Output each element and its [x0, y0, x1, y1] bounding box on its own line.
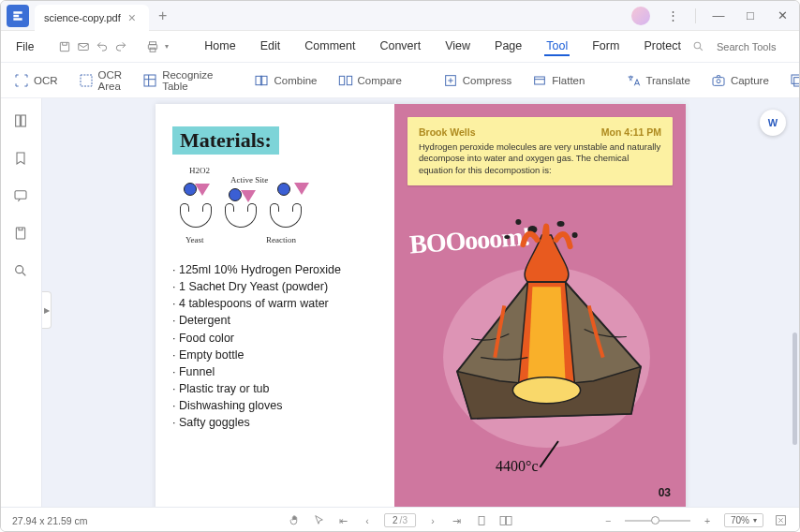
svg-point-28 — [572, 232, 578, 238]
first-page-icon[interactable]: ⇤ — [335, 513, 350, 528]
single-page-icon[interactable] — [474, 513, 489, 528]
svg-point-16 — [717, 79, 720, 82]
compare-icon — [338, 73, 353, 88]
zoom-in-icon[interactable]: + — [700, 513, 715, 528]
scrollbar-thumb[interactable] — [793, 332, 797, 445]
page-viewport[interactable]: Materials: H2O2 Active Site Yeast Reacti… — [42, 98, 799, 507]
combine-button[interactable]: Combine — [254, 73, 317, 88]
svg-rect-1 — [79, 43, 89, 50]
chevron-down-icon[interactable]: ▾ — [165, 37, 169, 56]
new-tab-button[interactable]: + — [158, 7, 167, 24]
recognize-table-button[interactable]: Recognize Table — [142, 69, 213, 92]
svg-point-27 — [557, 221, 565, 227]
next-page-icon[interactable]: › — [425, 513, 440, 528]
batch-icon — [790, 73, 800, 88]
menu-page[interactable]: Page — [493, 37, 524, 56]
sticky-note[interactable]: Brook Wells Mon 4:11 PM Hydrogen peroxid… — [407, 117, 673, 185]
left-panel-strip — [1, 98, 42, 507]
menu-form[interactable]: Form — [590, 37, 621, 56]
menubar: File ▾ Home Edit Comment Convert View Pa… — [1, 31, 799, 63]
fit-page-icon[interactable] — [773, 513, 788, 528]
last-page-icon[interactable]: ⇥ — [450, 513, 465, 528]
svg-point-26 — [515, 219, 521, 225]
kebab-menu-icon[interactable]: ⋮ — [659, 3, 686, 29]
attachments-icon[interactable] — [13, 226, 30, 243]
compress-icon — [443, 73, 458, 88]
thumbnails-icon[interactable] — [13, 113, 30, 130]
page-dimensions: 27.94 x 21.59 cm — [12, 515, 88, 526]
svg-rect-7 — [81, 75, 92, 86]
svg-rect-8 — [144, 75, 156, 86]
print-icon[interactable] — [146, 37, 159, 56]
batch-button[interactable]: Ba — [790, 73, 800, 88]
close-tab-icon[interactable]: × — [128, 10, 136, 25]
menu-home[interactable]: Home — [202, 37, 237, 56]
temperature-label: 4400°c — [496, 458, 539, 475]
two-page-icon[interactable] — [498, 513, 513, 528]
svg-point-30 — [512, 377, 580, 404]
translate-button[interactable]: Translate — [626, 73, 690, 88]
prev-page-icon[interactable]: ‹ — [360, 513, 375, 528]
capture-button[interactable]: Capture — [711, 73, 769, 88]
ocr-area-icon — [79, 73, 94, 88]
undo-icon[interactable] — [96, 37, 109, 56]
search-input[interactable] — [717, 41, 800, 52]
list-item: Food color — [172, 330, 378, 347]
list-item: 125ml 10% Hydrogen Peroxide — [172, 261, 378, 278]
svg-rect-21 — [15, 191, 26, 200]
menu-view[interactable]: View — [443, 37, 472, 56]
document-tab[interactable]: science-copy.pdf × — [35, 5, 149, 31]
combine-icon — [254, 73, 269, 88]
compress-button[interactable]: Compress — [443, 73, 511, 88]
ocr-area-button[interactable]: OCR Area — [79, 69, 123, 92]
menu-comment[interactable]: Comment — [303, 37, 357, 56]
content-area: ▶ Materials: H2O2 Active Site Yeast — [1, 98, 799, 507]
svg-point-5 — [694, 42, 701, 49]
ocr-icon — [14, 73, 29, 88]
user-avatar[interactable] — [631, 7, 650, 25]
zoom-out-icon[interactable]: − — [600, 513, 615, 528]
note-body: Hydrogen peroxide molecules are very uns… — [419, 141, 661, 176]
bookmarks-icon[interactable] — [13, 151, 30, 168]
tool-toolbar: OCR OCR Area Recognize Table Combine Com… — [1, 63, 799, 98]
save-icon[interactable] — [58, 37, 71, 56]
redo-icon[interactable] — [114, 37, 127, 56]
document-page: Materials: H2O2 Active Site Yeast Reacti… — [156, 104, 686, 507]
mail-icon[interactable] — [77, 37, 90, 56]
volcano-illustration — [424, 216, 669, 480]
menu-edit[interactable]: Edit — [259, 37, 283, 56]
main-menu: Home Edit Comment Convert View Page Tool… — [202, 37, 683, 56]
svg-rect-11 — [339, 76, 344, 84]
svg-rect-22 — [16, 228, 24, 239]
svg-point-23 — [15, 266, 22, 273]
maximize-button[interactable]: □ — [737, 3, 763, 29]
zoom-value-box[interactable]: 70%▾ — [724, 513, 763, 527]
list-item: Detergent — [172, 312, 378, 329]
svg-point-29 — [504, 235, 510, 239]
flatten-button[interactable]: Flatten — [532, 73, 585, 88]
close-window-button[interactable]: ✕ — [769, 3, 795, 29]
word-export-badge[interactable]: W — [760, 110, 786, 136]
hand-tool-icon[interactable] — [287, 513, 302, 528]
file-menu[interactable]: File — [10, 40, 39, 53]
search-panel-icon[interactable] — [13, 263, 30, 280]
svg-rect-31 — [479, 516, 484, 525]
svg-rect-19 — [15, 115, 20, 126]
compare-button[interactable]: Compare — [338, 73, 402, 88]
zoom-slider[interactable] — [625, 520, 690, 522]
ocr-button[interactable]: OCR — [14, 73, 58, 88]
select-tool-icon[interactable] — [311, 513, 326, 528]
search-icon[interactable] — [689, 37, 707, 56]
list-item: 1 Sachet Dry Yeast (powder) — [172, 278, 378, 295]
flatten-icon — [532, 73, 547, 88]
svg-rect-4 — [150, 48, 156, 52]
camera-icon — [711, 73, 726, 88]
menu-protect[interactable]: Protect — [642, 37, 683, 56]
menu-convert[interactable]: Convert — [378, 37, 422, 56]
page-number-box[interactable]: 2/3 — [384, 513, 416, 527]
minimize-button[interactable]: — — [705, 3, 732, 29]
svg-rect-20 — [21, 115, 25, 126]
page-number-label: 03 — [659, 486, 671, 499]
comments-icon[interactable] — [13, 188, 30, 205]
menu-tool[interactable]: Tool — [544, 37, 570, 56]
